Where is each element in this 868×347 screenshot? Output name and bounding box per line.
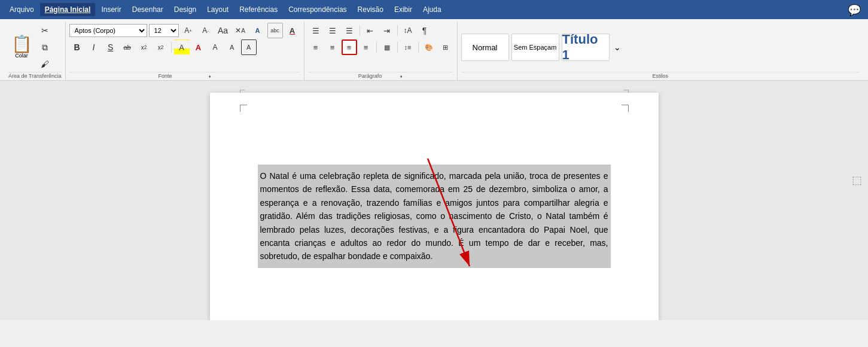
bold-button[interactable]: B <box>69 39 85 55</box>
menu-arquivo[interactable]: Arquivo <box>5 3 39 16</box>
char-border-button[interactable]: A <box>241 39 257 55</box>
bullets-button[interactable]: ☰ <box>308 23 324 38</box>
cut-button[interactable]: ✂ <box>37 23 53 38</box>
underline-button[interactable]: S <box>103 39 118 55</box>
paste-icon: 📋 <box>11 36 32 53</box>
menu-exibir[interactable]: Exibir <box>389 3 417 16</box>
font-size-select[interactable]: 12 <box>149 24 179 37</box>
paste-label: Colar <box>15 53 28 59</box>
ribbon: 📋 Colar ✂ ⧉ 🖌 Área de Transferência Apto… <box>0 19 868 81</box>
numbering-button[interactable]: ☰ <box>325 23 340 38</box>
menu-referencias[interactable]: Referências <box>234 3 282 16</box>
font-color-outer[interactable]: A <box>285 23 300 38</box>
copy-button[interactable]: ⧉ <box>37 39 53 55</box>
align-center-button[interactable]: ≡ <box>325 39 340 55</box>
style-normal[interactable]: Normal <box>461 34 509 61</box>
align-right-button[interactable]: ≡ <box>358 39 374 55</box>
sep4 <box>376 42 377 53</box>
decrease-indent-button[interactable]: ⇤ <box>363 23 378 38</box>
document-area: O Natal é uma celebração repleta de sign… <box>0 81 868 320</box>
style-title1[interactable]: Título 1 <box>562 34 610 61</box>
line-spacing-button[interactable]: ↕≡ <box>400 39 416 55</box>
sep3 <box>397 25 398 36</box>
decrease-font-button[interactable]: A- <box>198 23 214 38</box>
chat-icon[interactable]: 💬 <box>848 4 861 17</box>
multilevel-list-button[interactable]: ☰ <box>342 23 357 38</box>
document-text[interactable]: O Natal é uma celebração repleta de sign… <box>258 165 611 268</box>
sep6 <box>418 42 419 53</box>
strikethrough-button[interactable]: ab <box>120 39 135 55</box>
change-case-button[interactable]: Aa <box>215 23 231 38</box>
menu-inserir[interactable]: Inserir <box>96 3 126 16</box>
format-painter-button[interactable]: 🖌 <box>37 56 53 72</box>
char-shading-button[interactable]: A <box>224 39 240 55</box>
subscript-button[interactable]: x2 <box>136 39 152 55</box>
text-effects2-button[interactable]: A <box>208 39 223 55</box>
sort-button[interactable]: ↕A <box>400 23 416 38</box>
sep5 <box>397 42 398 53</box>
paste-button[interactable]: 📋 Colar <box>8 34 35 61</box>
italic-button[interactable]: I <box>86 39 102 55</box>
clear-format-button[interactable]: ✕A <box>233 23 248 38</box>
paragraph-label[interactable]: Parágrafo <box>358 73 382 79</box>
sidebar-expand-icon[interactable]: ⬚ <box>852 174 862 187</box>
highlight-button[interactable]: A <box>174 39 190 55</box>
superscript-button[interactable]: x2 <box>153 39 169 55</box>
format-painter-icon: 🖌 <box>41 59 49 69</box>
menu-desenhar[interactable]: Desenhar <box>127 3 168 16</box>
text-effects-button[interactable]: A <box>250 23 266 38</box>
menu-ajuda[interactable]: Ajuda <box>418 3 446 16</box>
font-color-button[interactable]: A <box>191 39 206 55</box>
show-marks-button[interactable]: ¶ <box>417 23 433 38</box>
document-page[interactable]: O Natal é uma celebração repleta de sign… <box>210 93 659 320</box>
increase-font-button[interactable]: A+ <box>181 23 196 38</box>
borders-button[interactable]: ⊞ <box>438 39 453 55</box>
shading-button[interactable]: 🎨 <box>421 39 437 55</box>
styles-expand-arrow[interactable]: ⌄ <box>612 34 623 61</box>
corner-mark-tl <box>240 105 247 112</box>
columns-button[interactable]: ▦ <box>379 39 395 55</box>
clipboard-label[interactable]: Área de Transferência <box>8 72 62 79</box>
menu-correspondencias[interactable]: Correspondências <box>284 3 351 16</box>
font-expand-icon[interactable]: ⬧ <box>208 73 211 79</box>
increase-indent-button[interactable]: ⇥ <box>379 23 395 38</box>
font-family-select[interactable]: Aptos (Corpo) <box>69 24 147 37</box>
menu-pagina-inicial[interactable]: Página Inicial <box>40 3 96 16</box>
sep2 <box>360 25 360 36</box>
separator1 <box>171 42 172 53</box>
font-label[interactable]: Fonte <box>159 73 172 79</box>
menu-design[interactable]: Design <box>169 3 201 16</box>
menu-layout[interactable]: Layout <box>202 3 233 16</box>
align-justify-button[interactable]: ≡ <box>342 39 357 55</box>
paragraph-expand-icon[interactable]: ⬧ <box>400 73 403 79</box>
font-label-row: Fonte ⬧ <box>69 72 300 79</box>
align-left-button[interactable]: ≡ <box>308 39 324 55</box>
menu-bar: Arquivo Página Inicial Inserir Desenhar … <box>0 0 868 19</box>
cut-icon: ✂ <box>41 26 48 35</box>
styles-label[interactable]: Estilos <box>461 72 860 79</box>
menu-revisao[interactable]: Revisão <box>353 3 388 16</box>
corner-mark-tr <box>622 105 629 112</box>
paragraph-label-row: Parágrafo ⬧ <box>308 72 453 79</box>
style-no-space[interactable]: Sem Espaçam <box>511 34 559 61</box>
show-formatting-button[interactable]: abc <box>267 23 283 38</box>
copy-icon: ⧉ <box>42 42 48 53</box>
